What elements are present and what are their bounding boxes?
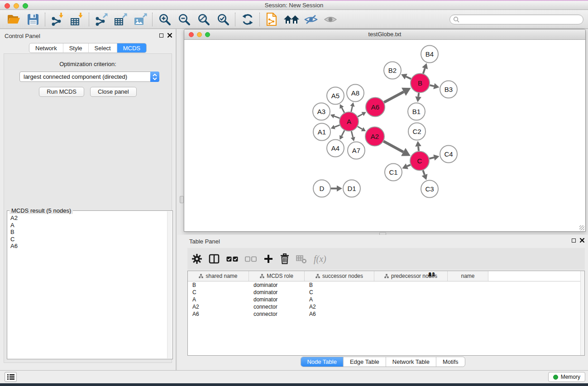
- task-history-button[interactable]: [5, 372, 17, 382]
- tab-node-table[interactable]: Node Table: [301, 357, 343, 367]
- table-cell: C: [305, 289, 345, 296]
- function-builder-button[interactable]: f(x): [314, 252, 326, 266]
- graph-node-B3[interactable]: B3: [440, 81, 457, 98]
- graph-node-A1[interactable]: A1: [313, 124, 330, 141]
- graph-node-A[interactable]: A: [339, 112, 359, 131]
- zoom-selected-button[interactable]: [213, 11, 233, 28]
- network-maximize-button[interactable]: [205, 32, 210, 37]
- close-panel-icon[interactable]: [167, 33, 172, 38]
- import-network-button[interactable]: [48, 11, 67, 28]
- tab-edge-table[interactable]: Edge Table: [343, 357, 386, 367]
- column-header-MCDS-role[interactable]: MCDS role: [249, 271, 305, 281]
- column-header-shared-name[interactable]: shared name: [188, 271, 249, 281]
- close-window-button[interactable]: [5, 3, 10, 9]
- criterion-select[interactable]: largest connected component (directed): [19, 71, 159, 82]
- column-header-name[interactable]: name: [448, 271, 488, 281]
- graph-node-A2[interactable]: A2: [365, 127, 384, 146]
- tab-network[interactable]: Network: [29, 43, 63, 52]
- memory-button[interactable]: Memory: [548, 372, 585, 382]
- mcds-result-item[interactable]: A: [10, 222, 172, 229]
- table-scrollbar[interactable]: [580, 271, 584, 355]
- graph-node-B[interactable]: B: [411, 74, 430, 93]
- search-input[interactable]: [461, 15, 583, 24]
- svg-text:A8: A8: [351, 89, 359, 97]
- graph-node-D[interactable]: D: [313, 180, 330, 197]
- graph-node-C3[interactable]: C3: [421, 181, 438, 198]
- columns-icon: [209, 254, 220, 264]
- export-image-button[interactable]: [130, 11, 150, 28]
- tab-style[interactable]: Style: [63, 43, 88, 52]
- resize-grip-icon[interactable]: [579, 225, 584, 230]
- tab-network-table[interactable]: Network Table: [386, 357, 436, 367]
- graph-node-D1[interactable]: D1: [343, 180, 360, 197]
- graph-node-A8[interactable]: A8: [347, 85, 364, 102]
- column-header-successor-nodes[interactable]: successor nodes: [305, 271, 374, 281]
- open-session-doc-button[interactable]: [262, 11, 282, 28]
- close-panel-button[interactable]: Close panel: [90, 87, 137, 97]
- mcds-result-item[interactable]: A6: [10, 243, 172, 250]
- close-table-panel-icon[interactable]: [580, 238, 584, 243]
- graph-node-A7[interactable]: A7: [348, 142, 365, 159]
- network-close-button[interactable]: [189, 32, 194, 37]
- open-file-button[interactable]: [4, 11, 23, 28]
- network-minimize-button[interactable]: [197, 32, 202, 37]
- export-network-button[interactable]: [91, 11, 111, 28]
- mcds-result-scrollbar[interactable]: [167, 211, 172, 358]
- network-graph[interactable]: AA6A2BCA1A3A4A5A7A8B1B2B3B4C1C2C3C4DD1: [184, 40, 585, 231]
- graph-node-C[interactable]: C: [410, 152, 429, 171]
- graph-node-B1[interactable]: B1: [408, 103, 425, 120]
- svg-text:A: A: [347, 118, 351, 125]
- graph-node-C2[interactable]: C2: [408, 123, 425, 140]
- zoom-fit-icon: [197, 13, 210, 26]
- graph-node-A5[interactable]: A5: [327, 87, 344, 105]
- window-title: Session: New Session: [0, 1, 588, 10]
- zoom-fit-button[interactable]: [194, 11, 213, 28]
- table-toolbar: f(x): [187, 248, 585, 270]
- open-folder-icon: [7, 14, 20, 25]
- refresh-icon: [242, 14, 253, 25]
- home-button[interactable]: [282, 11, 301, 28]
- graph-node-C1[interactable]: C1: [385, 164, 402, 181]
- graph-node-A3[interactable]: A3: [313, 103, 330, 120]
- show-columns-button[interactable]: [209, 252, 220, 266]
- export-table-button[interactable]: [111, 11, 130, 28]
- refresh-button[interactable]: [238, 11, 257, 28]
- zoom-in-button[interactable]: [155, 11, 174, 28]
- table-row[interactable]: A6connector11A6: [188, 310, 584, 318]
- svg-text:C1: C1: [389, 168, 397, 176]
- minimize-window-button[interactable]: [14, 3, 19, 9]
- tab-motifs[interactable]: Motifs: [436, 357, 465, 367]
- delete-table-button[interactable]: [296, 252, 307, 266]
- float-panel-icon[interactable]: [159, 33, 163, 38]
- search-box[interactable]: [449, 14, 583, 24]
- mcds-result-item[interactable]: A2: [10, 214, 172, 222]
- zoom-out-button[interactable]: [174, 11, 194, 28]
- delete-row-button[interactable]: [280, 252, 289, 266]
- graph-node-A4[interactable]: A4: [327, 140, 344, 157]
- show-view-button[interactable]: [320, 11, 340, 28]
- graph-node-C4[interactable]: C4: [440, 146, 457, 163]
- maximize-window-button[interactable]: [23, 3, 28, 9]
- settings-gear-button[interactable]: [192, 252, 202, 266]
- graph-node-B2[interactable]: B2: [384, 62, 401, 79]
- tab-mcds[interactable]: MCDS: [117, 43, 146, 52]
- control-panel-header: Control Panel: [0, 29, 176, 42]
- add-row-button[interactable]: [263, 252, 273, 266]
- hide-view-button[interactable]: [301, 11, 320, 28]
- mcds-result-item[interactable]: B: [10, 229, 172, 236]
- run-mcds-button[interactable]: Run MCDS: [39, 87, 84, 97]
- svg-text:B: B: [418, 79, 422, 87]
- graph-node-A6[interactable]: A6: [366, 98, 385, 117]
- save-session-button[interactable]: [23, 11, 43, 28]
- deselect-all-button[interactable]: [245, 252, 257, 266]
- search-icon: [453, 16, 459, 23]
- select-all-button[interactable]: [226, 252, 238, 266]
- mcds-result-box: MCDS result (5 nodes) A2ABCA6: [7, 210, 173, 359]
- network-canvas[interactable]: AA6A2BCA1A3A4A5A7A8B1B2B3B4C1C2C3C4DD1: [184, 40, 585, 231]
- tab-select[interactable]: Select: [88, 43, 117, 52]
- float-table-panel-icon[interactable]: [572, 238, 576, 243]
- graph-node-B4[interactable]: B4: [421, 46, 438, 63]
- mcds-result-item[interactable]: C: [10, 236, 172, 243]
- import-table-button[interactable]: [67, 11, 86, 28]
- vertical-splitter-handle[interactable]: [180, 196, 184, 203]
